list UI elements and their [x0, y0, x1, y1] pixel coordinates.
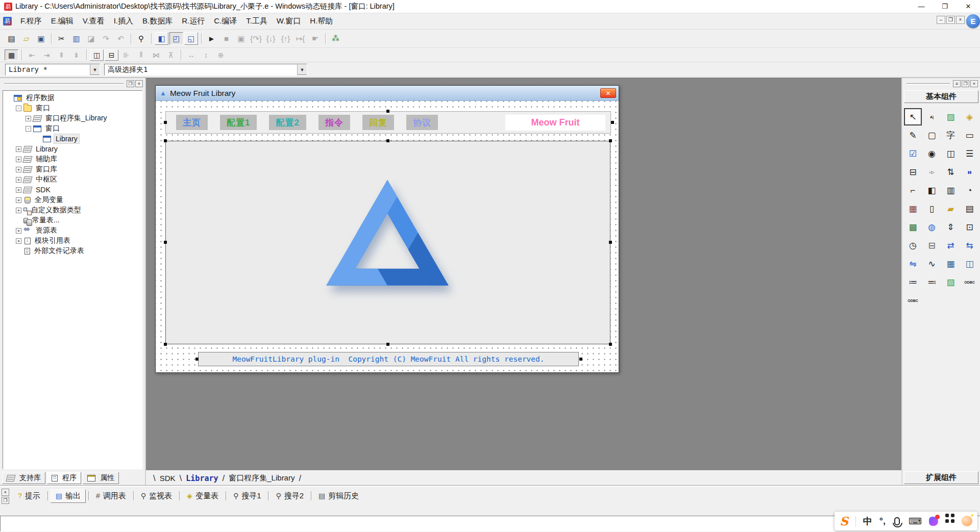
expand-icon[interactable]: +: [16, 157, 21, 162]
tab-程序[interactable]: 程序: [47, 472, 81, 484]
mdi-close-button[interactable]: ×: [956, 16, 965, 24]
slider-icon[interactable]: ◁▷: [923, 163, 941, 181]
save-file-button[interactable]: ▣: [34, 32, 48, 45]
extended-components-button[interactable]: 扩展组件: [904, 471, 978, 484]
expand-icon[interactable]: +: [16, 197, 21, 203]
punctuation-mode-icon[interactable]: °‚: [879, 516, 886, 526]
tree-item-Library[interactable]: +Library: [3, 144, 142, 154]
menu-I.插入[interactable]: I.插入: [109, 14, 138, 28]
color-picker-icon[interactable]: ▩: [904, 218, 922, 236]
center-horizontal-button[interactable]: ◫: [90, 49, 104, 61]
dir-box-icon[interactable]: ▰: [942, 200, 960, 217]
selection-handle[interactable]: [386, 110, 389, 113]
nav-button-协议[interactable]: 协议: [406, 115, 438, 130]
open-file-button[interactable]: ▱: [19, 32, 33, 45]
rich-edit-icon[interactable]: ✎: [904, 126, 922, 144]
doc-tab-SDK[interactable]: SDK: [157, 474, 179, 483]
client-socket-icon[interactable]: ⇄: [942, 237, 960, 254]
animation-box-icon[interactable]: ▥: [942, 182, 960, 199]
printer-icon[interactable]: ⊟: [923, 237, 941, 254]
expand-icon[interactable]: +: [16, 167, 21, 172]
window-component-icon[interactable]: ⊡: [961, 218, 978, 236]
output-tab-监视表[interactable]: ⚲监视表: [136, 489, 177, 503]
label-icon[interactable]: A|: [923, 108, 941, 125]
tree-item-窗口[interactable]: -窗口: [3, 123, 142, 134]
toolbox-icon[interactable]: [945, 514, 949, 517]
collapse-icon[interactable]: -: [16, 106, 21, 111]
menu-E.编辑[interactable]: E.编辑: [46, 14, 78, 28]
menu-V.查看[interactable]: V.查看: [78, 14, 109, 28]
shape-icon[interactable]: ◈: [961, 108, 978, 125]
tree-item-窗口库[interactable]: +窗口库: [3, 164, 142, 174]
nav-panel[interactable]: 主页配置1配置2指令回复协议Meow Fruit: [165, 111, 611, 134]
run-button[interactable]: ►: [205, 32, 218, 45]
output-tab-变量表[interactable]: ◈变量表: [182, 489, 223, 503]
menu-F.程序[interactable]: F.程序: [16, 14, 46, 28]
document-box-icon[interactable]: ▤: [961, 200, 978, 217]
expand-icon[interactable]: +: [16, 146, 21, 152]
output-tab-调用表[interactable]: #调用表: [91, 489, 131, 503]
nav-button-主页[interactable]: 主页: [176, 115, 208, 130]
selection-handle[interactable]: [164, 139, 167, 142]
center-vertical-button[interactable]: ⊟: [105, 49, 118, 61]
output-tab-输出[interactable]: ▤输出: [51, 489, 86, 503]
selection-handle[interactable]: [611, 121, 614, 124]
smart-assistant-icon[interactable]: [962, 516, 972, 526]
new-file-button[interactable]: ▤: [5, 32, 18, 45]
tree-item-窗口[interactable]: -窗口: [3, 103, 142, 113]
selection-handle[interactable]: [386, 139, 389, 142]
form-close-button[interactable]: ✕: [600, 88, 616, 98]
updown-box-icon[interactable]: ⇕: [942, 218, 960, 236]
picture-box-control[interactable]: [165, 141, 610, 344]
selection-handle[interactable]: [164, 241, 167, 244]
dial-icon[interactable]: ◔: [961, 182, 978, 199]
nav-button-配置1[interactable]: 配置1: [220, 115, 257, 130]
basic-components-button[interactable]: 基本组件: [904, 90, 978, 103]
dropdown-arrow-icon[interactable]: ▼: [90, 64, 100, 75]
selection-handle[interactable]: [386, 343, 389, 346]
panel-grip[interactable]: [906, 83, 950, 85]
expand-icon[interactable]: +: [16, 228, 21, 234]
tree-item-资源表[interactable]: +资源表: [3, 225, 142, 236]
tree-item-窗口程序集_Library[interactable]: +窗口程序集_Library: [3, 113, 142, 123]
doc-tab-Library[interactable]: Library: [183, 474, 221, 483]
panel-close-button[interactable]: ×: [970, 80, 978, 87]
combo-box-icon[interactable]: ⊟: [904, 163, 922, 181]
selection-handle[interactable]: [609, 139, 612, 142]
tree-item-Library[interactable]: Library: [3, 134, 142, 144]
panel-restore-button[interactable]: ❐: [962, 80, 969, 87]
panel-menu-button[interactable]: ≡: [953, 80, 961, 87]
expand-icon[interactable]: +: [16, 238, 21, 244]
tree-item-程序数据[interactable]: 程序数据: [3, 93, 142, 103]
tree-item-自定义数据类型[interactable]: +自定义数据类型: [3, 205, 142, 215]
control-selector[interactable]: 高级选择夹1 ▼: [104, 64, 307, 75]
mdi-restore-button[interactable]: ❐: [946, 16, 955, 24]
tree-item-外部文件记录表[interactable]: 外部文件记录表: [3, 246, 142, 256]
selection-handle[interactable]: [164, 121, 167, 124]
expand-icon[interactable]: +: [16, 208, 21, 213]
doc-tab-窗口程序集_Library[interactable]: 窗口程序集_Library: [226, 473, 298, 483]
output-tab-提示[interactable]: ?提示: [13, 489, 45, 503]
selection-handle[interactable]: [164, 343, 167, 346]
output-tab-搜寻1[interactable]: ⚲搜寻1: [229, 489, 266, 503]
layout-split-button[interactable]: ◰: [169, 32, 183, 45]
table-box-icon[interactable]: ▦: [904, 200, 922, 217]
designer-form[interactable]: ▲ Meow Fruit Library ✕ 主页配置1配置2指令回复协议Meo…: [155, 85, 619, 373]
edit-box-icon[interactable]: ▯: [923, 200, 941, 217]
odbc-source-icon[interactable]: ODBC: [904, 292, 922, 309]
nav-button-指令[interactable]: 指令: [318, 115, 350, 130]
radio-button-icon[interactable]: ◉: [923, 145, 941, 162]
output-tab-搜寻2[interactable]: ⚲搜寻2: [271, 489, 308, 503]
minimize-button[interactable]: —: [910, 0, 933, 13]
expand-icon[interactable]: +: [16, 187, 21, 193]
odbc-database-icon[interactable]: ODBC: [961, 273, 978, 291]
collapse-icon[interactable]: -: [26, 126, 31, 132]
voice-input-icon[interactable]: [894, 517, 900, 525]
mdi-minimize-button[interactable]: –: [937, 16, 945, 24]
picture-list-icon[interactable]: ▨: [942, 273, 960, 291]
close-button[interactable]: ✕: [957, 0, 980, 13]
form-client-area[interactable]: 主页配置1配置2指令回复协议Meow Fruit: [156, 101, 619, 372]
copy-button[interactable]: ▥: [69, 32, 83, 45]
output-text-area[interactable]: ▲ ▼: [0, 516, 980, 531]
expand-icon[interactable]: +: [16, 177, 21, 183]
